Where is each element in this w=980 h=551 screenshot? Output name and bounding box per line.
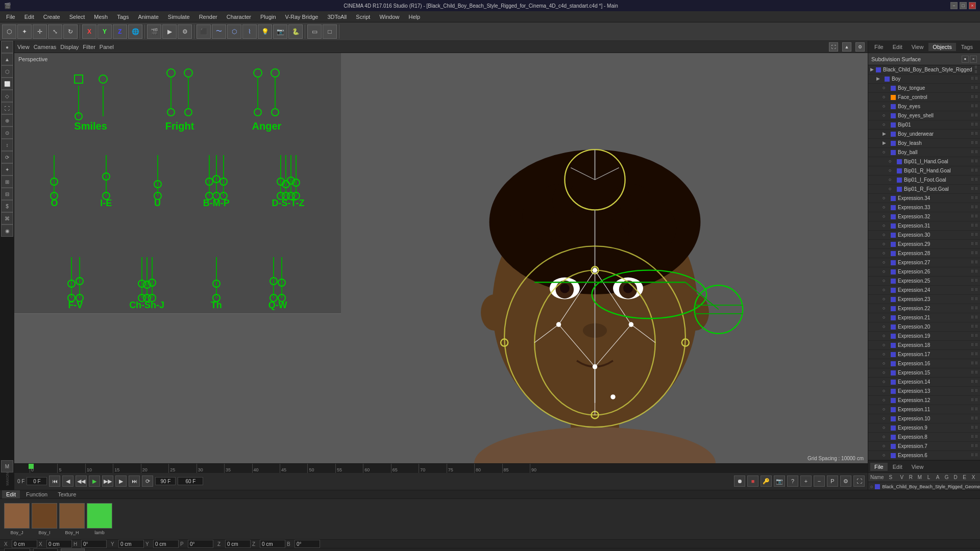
material-swatch-0[interactable] [4, 503, 30, 529]
sidebar-icon-3[interactable]: ⬡ [1, 65, 13, 78]
menu-item-v-ray-bridge[interactable]: V-Ray Bridge [281, 13, 323, 21]
viewport-settings[interactable]: ⚙ [855, 42, 865, 52]
tl-add-key[interactable]: + [800, 475, 812, 487]
object-item-17[interactable]: ○Expression.31⠿ ⠿ [868, 221, 980, 231]
tl-autokey[interactable]: 🔑 [761, 475, 772, 487]
object-item-6[interactable]: ○Bip01⠿ ⠿ [868, 120, 980, 130]
menu-item-select[interactable]: Select [65, 13, 89, 21]
object-item-37[interactable]: ○Expression.11⠿ ⠿ [868, 405, 980, 414]
toolbar-select[interactable]: ✦ [17, 24, 32, 39]
object-item-38[interactable]: ○Expression.10⠿ ⠿ [868, 414, 980, 423]
object-item-29[interactable]: ○Expression.19⠿ ⠿ [868, 332, 980, 341]
tl-mode[interactable]: P [827, 475, 838, 487]
anger-slider-2[interactable] [271, 68, 280, 116]
timeline-play[interactable]: ▶ [89, 475, 100, 487]
maximize-button[interactable]: □ [960, 2, 967, 9]
object-list[interactable]: ▶Black_Child_Boy_Beach_Style_Rigged⠿ ⠿▶B… [868, 65, 980, 460]
menu-item-render[interactable]: Render [195, 13, 222, 21]
timeline-ruler[interactable]: 051015202530354045505560657075808590 [14, 464, 868, 473]
b-input[interactable] [295, 540, 320, 548]
object-item-39[interactable]: ○Expression.9⠿ ⠿ [868, 423, 980, 433]
fright-slider-1[interactable] [166, 68, 176, 116]
object-item-8[interactable]: ▶Boy_leash⠿ ⠿ [868, 139, 980, 148]
sidebar-icon-5[interactable]: ◇ [1, 90, 13, 102]
menu-item-3dtoall[interactable]: 3DToAll [323, 13, 351, 21]
timeline-play-reverse[interactable]: ◀◀ [76, 475, 87, 487]
sidebar-icon-9[interactable]: ↕ [1, 139, 13, 151]
apply-button[interactable]: Apply [61, 548, 85, 551]
lower-object-item-0[interactable]: ○Black_Child_Boy_Beach_Style_Rigged_Geom… [868, 482, 980, 490]
viewport-cameras-menu[interactable]: Cameras [34, 44, 57, 50]
timeline-loop[interactable]: ⟳ [142, 475, 153, 487]
sidebar-icon-4[interactable]: ⬜ [1, 78, 13, 90]
object-item-26[interactable]: ○Expression.22⠿ ⠿ [868, 304, 980, 313]
toolbar-render-settings[interactable]: ⚙ [178, 24, 192, 39]
menu-item-tags[interactable]: Tags [113, 13, 133, 21]
attr-tab-view[interactable]: View [908, 463, 928, 471]
viewport-view-menu[interactable]: View [17, 44, 30, 50]
menu-item-edit[interactable]: Edit [20, 13, 38, 21]
x-size-input[interactable] [46, 540, 72, 548]
sidebar-icon-2[interactable]: ▲ [1, 53, 13, 65]
panel-tab-edit[interactable]: Edit [889, 43, 906, 51]
material-item-3[interactable]: lamb [87, 503, 112, 535]
object-item-11[interactable]: ○Bip01_R_Hand.Goal⠿ ⠿ [868, 166, 980, 176]
p-input[interactable] [188, 540, 213, 548]
object-item-31[interactable]: ○Expression.17⠿ ⠿ [868, 350, 980, 359]
viewport-expand[interactable]: ⛶ [829, 42, 838, 52]
tl-remove-key[interactable]: − [814, 475, 825, 487]
timeline-first-frame[interactable]: ⏮ [49, 475, 60, 487]
bottom-tab-function[interactable]: Function [22, 490, 52, 498]
object-item-41[interactable]: ○Expression.7⠿ ⠿ [868, 442, 980, 451]
close-button[interactable]: × [969, 2, 976, 9]
viewport-3d[interactable]: Perspective [14, 53, 868, 463]
attr-tab-file[interactable]: File [870, 463, 888, 471]
panel-dot[interactable]: ● [962, 56, 969, 63]
panel-tab-tags[interactable]: Tags [957, 43, 977, 51]
toolbar-camera[interactable]: 📷 [273, 24, 287, 39]
object-item-18[interactable]: ○Expression.30⠿ ⠿ [868, 231, 980, 240]
sidebar-icon-11[interactable]: ✦ [1, 163, 13, 176]
sidebar-icon-12[interactable]: ⊞ [1, 176, 13, 188]
toolbar-model[interactable]: ⬡ [2, 24, 16, 39]
tl-record[interactable]: ⏺ [734, 475, 745, 487]
toolbar-bg[interactable]: □ [323, 24, 337, 39]
toolbar-python[interactable]: 🐍 [288, 24, 303, 39]
menu-item-window[interactable]: Window [375, 13, 403, 21]
panel-tab-bookmarks[interactable]: Bookmarks [978, 43, 980, 51]
menu-item-create[interactable]: Create [39, 13, 64, 21]
material-item-1[interactable]: Boy_I [32, 503, 57, 535]
timeline-end-field[interactable]: 90 F [155, 477, 176, 485]
object-item-21[interactable]: ○Expression.27⠿ ⠿ [868, 258, 980, 267]
object-item-42[interactable]: ○Expression.6⠿ ⠿ [868, 451, 980, 460]
material-swatch-1[interactable] [32, 503, 57, 529]
panel-tab-objects[interactable]: Objects [928, 43, 955, 51]
sidebar-icon-6[interactable]: ⛶ [1, 102, 13, 114]
menu-item-help[interactable]: Help [405, 13, 425, 21]
menu-item-plugin[interactable]: Plugin [256, 13, 280, 21]
object-item-0[interactable]: ▶Black_Child_Boy_Beach_Style_Rigged⠿ ⠿ [868, 65, 980, 74]
object-item-34[interactable]: ○Expression.14⠿ ⠿ [868, 378, 980, 387]
object-item-40[interactable]: ○Expression.8⠿ ⠿ [868, 433, 980, 442]
toolbar-world[interactable]: 🌐 [128, 24, 142, 39]
sidebar-icon-1[interactable]: ● [1, 41, 13, 53]
scale-select[interactable]: Scale [33, 548, 58, 551]
object-item-12[interactable]: ○Bip01_l_Foot.Goal⠿ ⠿ [868, 176, 980, 185]
toolbar-rotate[interactable]: ↻ [63, 24, 78, 39]
object-item-9[interactable]: ○Boy_ball⠿ ⠿ [868, 148, 980, 157]
menu-item-character[interactable]: Character [223, 13, 255, 21]
timeline-play-forward[interactable]: ▶▶ [102, 475, 113, 487]
y-size-input[interactable] [153, 540, 179, 548]
sidebar-icon-13[interactable]: ⊟ [1, 188, 13, 200]
object-item-28[interactable]: ○Expression.20⠿ ⠿ [868, 322, 980, 332]
toolbar-scene[interactable]: 💡 [258, 24, 272, 39]
object-item-27[interactable]: ○Expression.21⠿ ⠿ [868, 313, 980, 322]
object-item-35[interactable]: ○Expression.13⠿ ⠿ [868, 387, 980, 396]
object-item-14[interactable]: ○Expression.34⠿ ⠿ [868, 194, 980, 203]
tl-help[interactable]: ? [787, 475, 798, 487]
object-item-4[interactable]: ○Boy_eyes⠿ ⠿ [868, 102, 980, 111]
timeline-start-field[interactable]: 0 F [27, 477, 47, 485]
viewport-filter-menu[interactable]: Filter [83, 44, 95, 50]
world-select[interactable]: World Object [4, 548, 30, 551]
viewport-display-menu[interactable]: Display [60, 44, 79, 50]
